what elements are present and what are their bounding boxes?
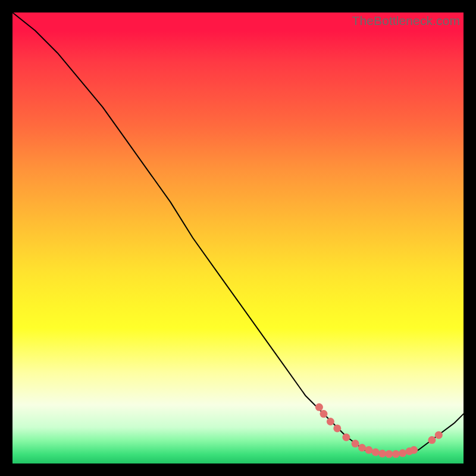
highlight-dot <box>392 450 400 458</box>
highlight-dot <box>333 424 341 432</box>
highlight-dot <box>320 410 328 418</box>
highlight-dot <box>399 449 406 457</box>
highlight-dot <box>378 450 386 458</box>
highlight-dots <box>315 403 443 458</box>
bottleneck-curve <box>12 12 464 455</box>
highlight-dot <box>435 431 443 439</box>
highlight-dot <box>410 446 418 454</box>
highlight-dot <box>315 403 323 411</box>
highlight-dot <box>372 449 380 456</box>
curve-layer <box>12 12 464 464</box>
highlight-dot <box>327 418 334 425</box>
chart-stage: TheBottleneck.com <box>0 0 476 476</box>
highlight-dot <box>365 446 372 454</box>
highlight-dot <box>342 434 350 441</box>
highlight-dot <box>385 450 393 458</box>
highlight-dot <box>358 444 366 452</box>
highlight-dot <box>428 436 436 444</box>
plot-area: TheBottleneck.com <box>12 12 464 464</box>
highlight-dot <box>352 440 359 447</box>
